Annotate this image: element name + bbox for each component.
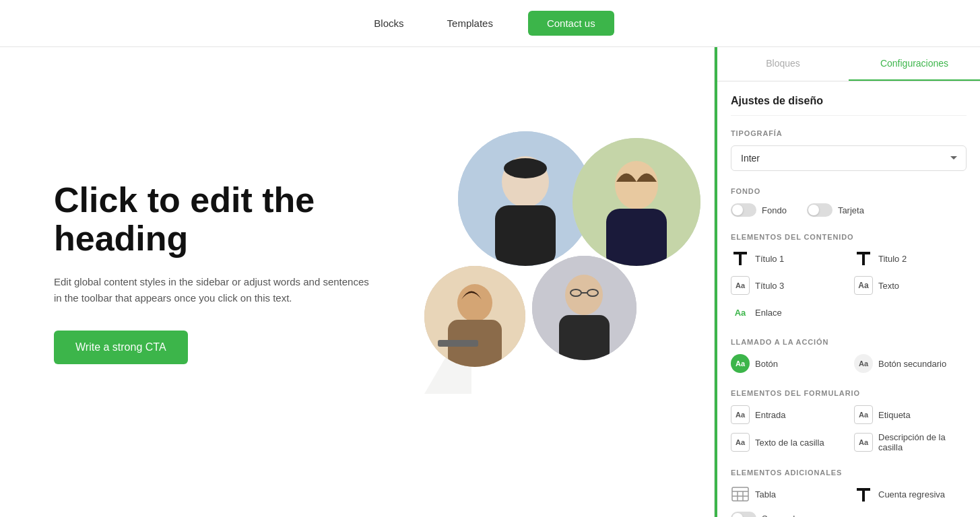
- titulo3-item[interactable]: Aa Título 3: [731, 276, 843, 295]
- additional-elements-label: ELEMENTOS ADICIONALES: [731, 469, 967, 477]
- cta-grid: Aa Botón Aa Botón secundario: [731, 354, 967, 373]
- descripcion-casilla-item[interactable]: Aa Descripción de la casilla: [854, 432, 967, 452]
- titulo2-label: Titulo 2: [878, 254, 907, 264]
- tabla-label: Tabla: [755, 489, 776, 499]
- separador-item[interactable]: Separador: [731, 512, 843, 517]
- entrada-item[interactable]: Aa Entrada: [731, 405, 843, 424]
- blocks-nav-link[interactable]: Blocks: [366, 13, 412, 33]
- etiqueta-icon: Aa: [854, 405, 873, 424]
- additional-elements-grid: Tabla Cuenta regresiva Separador: [731, 485, 967, 517]
- templates-nav-link[interactable]: Templates: [439, 13, 501, 33]
- hero-text-block: Click to edit the heading Edit global co…: [54, 181, 377, 364]
- cta-section: LLAMADO A LA ACCIÓN Aa Botón Aa Botón se…: [731, 338, 967, 373]
- fondo-row: Fondo Tarjeta: [731, 203, 967, 217]
- contact-us-button[interactable]: Contact us: [528, 11, 614, 36]
- boton-item[interactable]: Aa Botón: [731, 354, 843, 373]
- additional-elements-section: ELEMENTOS ADICIONALES Tabla: [731, 469, 967, 517]
- person-image-2: [573, 138, 700, 266]
- fondo-item: Fondo: [731, 203, 787, 217]
- titulo3-icon: Aa: [731, 276, 750, 295]
- main-layout: Click to edit the heading Edit global co…: [0, 47, 980, 517]
- entrada-label: Entrada: [755, 410, 786, 420]
- typography-section: TIPOGRAFÍA Inter Roboto Open Sans Lato M…: [731, 129, 967, 171]
- sidebar-content: Ajustes de diseño TIPOGRAFÍA Inter Robot…: [717, 81, 980, 517]
- boton-secundario-label: Botón secundario: [878, 359, 946, 369]
- titulo1-icon: [731, 249, 750, 268]
- settings-section-title: Ajustes de diseño: [731, 95, 967, 116]
- tabla-icon: [731, 485, 750, 504]
- tabla-item[interactable]: Tabla: [731, 485, 843, 504]
- etiqueta-item[interactable]: Aa Etiqueta: [854, 405, 967, 424]
- content-area: Click to edit the heading Edit global co…: [0, 47, 714, 517]
- typography-select[interactable]: Inter Roboto Open Sans Lato Montserrat: [731, 145, 967, 171]
- svg-rect-6: [606, 209, 667, 266]
- person-image-3: [424, 266, 525, 367]
- enlace-label: Enlace: [755, 308, 782, 318]
- cuenta-regresiva-icon: [854, 485, 873, 504]
- tarjeta-toggle-knob: [808, 205, 819, 215]
- fondo-text: Fondo: [762, 205, 787, 215]
- content-elements-section: ELEMENTOS DEL CONTENIDO Título 1 Titulo …: [731, 233, 967, 322]
- hero-subtext[interactable]: Edit global content styles in the sideba…: [54, 274, 377, 306]
- svg-rect-17: [732, 487, 748, 501]
- content-elements-label: ELEMENTOS DEL CONTENIDO: [731, 233, 967, 241]
- texto-casilla-icon: Aa: [731, 433, 750, 452]
- tarjeta-toggle[interactable]: [807, 203, 832, 217]
- sidebar-tabs: Bloques Configuraciones: [717, 47, 980, 81]
- form-elements-label: ELEMENTOS DEL FORMULARIO: [731, 389, 967, 397]
- tab-configuraciones[interactable]: Configuraciones: [849, 47, 980, 81]
- separador-label: Separador: [762, 514, 803, 518]
- descripcion-casilla-label: Descripción de la casilla: [878, 432, 967, 452]
- svg-point-8: [457, 284, 492, 322]
- texto-casilla-label: Texto de la casilla: [755, 438, 824, 448]
- separador-toggle-knob: [732, 513, 743, 517]
- texto-casilla-item[interactable]: Aa Texto de la casilla: [731, 432, 843, 452]
- titulo2-item[interactable]: Titulo 2: [854, 249, 967, 268]
- typography-label: TIPOGRAFÍA: [731, 129, 967, 137]
- person-image-4: [532, 256, 636, 360]
- top-navigation: Blocks Templates Contact us: [0, 0, 980, 47]
- cta-button[interactable]: Write a strong CTA: [54, 331, 188, 364]
- texto-label: Texto: [878, 281, 899, 291]
- texto-item[interactable]: Aa Texto: [854, 276, 967, 295]
- titulo3-label: Título 3: [755, 281, 784, 291]
- fondo-label: FONDO: [731, 187, 967, 195]
- fondo-toggle-knob: [732, 205, 743, 215]
- entrada-icon: Aa: [731, 405, 750, 424]
- boton-secundario-icon: Aa: [854, 354, 873, 373]
- hero-image-collage: [404, 131, 660, 414]
- hero-section: Click to edit the heading Edit global co…: [0, 47, 714, 485]
- svg-rect-3: [495, 205, 556, 266]
- enlace-item[interactable]: Aa Enlace: [731, 303, 843, 322]
- tab-bloques[interactable]: Bloques: [717, 47, 849, 81]
- content-elements-grid: Título 1 Titulo 2 Aa Título 3 Aa: [731, 249, 967, 322]
- separador-toggle[interactable]: [731, 512, 756, 517]
- cuenta-regresiva-item[interactable]: Cuenta regresiva: [854, 485, 967, 504]
- right-sidebar: Bloques Configuraciones Ajustes de diseñ…: [717, 47, 980, 517]
- hero-heading[interactable]: Click to edit the heading: [54, 181, 377, 258]
- titulo2-icon: [854, 249, 873, 268]
- fondo-toggle[interactable]: [731, 203, 756, 217]
- form-elements-grid: Aa Entrada Aa Etiqueta Aa Texto de la ca…: [731, 405, 967, 452]
- descripcion-casilla-icon: Aa: [854, 433, 873, 452]
- titulo1-label: Título 1: [755, 254, 784, 264]
- etiqueta-label: Etiqueta: [878, 410, 911, 420]
- cuenta-regresiva-label: Cuenta regresiva: [878, 489, 945, 499]
- fondo-section: FONDO Fondo Tarjeta: [731, 187, 967, 217]
- form-elements-section: ELEMENTOS DEL FORMULARIO Aa Entrada Aa E…: [731, 389, 967, 452]
- svg-point-2: [504, 158, 547, 178]
- texto-icon: Aa: [854, 276, 873, 295]
- tarjeta-item: Tarjeta: [807, 203, 864, 217]
- enlace-icon: Aa: [731, 303, 750, 322]
- boton-label: Botón: [755, 359, 778, 369]
- svg-rect-16: [559, 315, 610, 360]
- titulo1-item[interactable]: Título 1: [731, 249, 843, 268]
- tarjeta-text: Tarjeta: [838, 205, 864, 215]
- svg-rect-10: [438, 340, 478, 347]
- boton-icon: Aa: [731, 354, 750, 373]
- cta-section-label: LLAMADO A LA ACCIÓN: [731, 338, 967, 346]
- svg-point-5: [615, 161, 658, 209]
- boton-secundario-item[interactable]: Aa Botón secundario: [854, 354, 967, 373]
